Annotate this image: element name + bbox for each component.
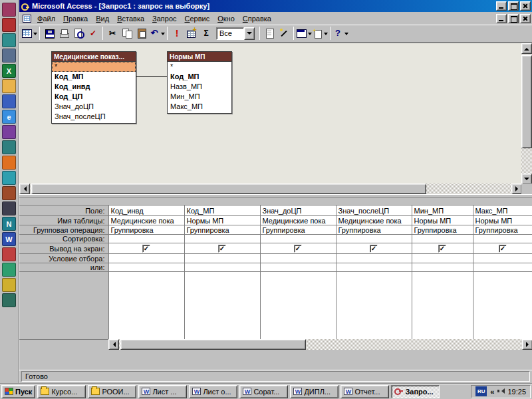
scroll-track[interactable] bbox=[30, 184, 511, 194]
show-table-button[interactable] bbox=[184, 26, 199, 41]
tools-shortcut-icon[interactable] bbox=[2, 140, 16, 154]
maximize-button[interactable] bbox=[508, 1, 519, 11]
show-checkbox[interactable]: ✓ bbox=[438, 245, 446, 253]
query-system-icon[interactable] bbox=[23, 15, 31, 23]
internet-explorer-shortcut-icon[interactable]: e bbox=[2, 110, 16, 124]
grid-cell-sort[interactable] bbox=[108, 235, 184, 243]
scroll-track[interactable] bbox=[521, 54, 532, 174]
mdi-close-button[interactable] bbox=[520, 14, 531, 23]
taskbar-window-button[interactable]: Лист ... bbox=[138, 385, 187, 398]
field-item[interactable]: Мин_МП bbox=[168, 92, 231, 102]
grid-cell-total[interactable]: Группировка bbox=[412, 225, 473, 235]
new-object-button[interactable] bbox=[312, 26, 328, 41]
show-checkbox[interactable]: ✓ bbox=[294, 245, 302, 253]
language-indicator[interactable]: RU bbox=[475, 386, 487, 396]
field-item[interactable]: Знач_доЦП bbox=[52, 102, 136, 112]
paste-button[interactable] bbox=[134, 26, 149, 41]
grid-cell-total[interactable]: Группировка bbox=[184, 225, 260, 235]
grid-cell-table[interactable]: Нормы МП bbox=[473, 216, 532, 225]
help-button[interactable]: ? bbox=[332, 26, 348, 41]
chart-shortcut-icon[interactable] bbox=[2, 33, 16, 47]
menu-file[interactable]: Файл bbox=[33, 13, 59, 24]
field-item[interactable]: * bbox=[168, 62, 231, 72]
grid-cell-sort[interactable] bbox=[336, 235, 412, 243]
show-checkbox[interactable]: ✓ bbox=[142, 245, 150, 253]
build-button[interactable] bbox=[277, 26, 291, 41]
grid-cell-or[interactable] bbox=[108, 263, 184, 272]
database-window-button[interactable] bbox=[296, 26, 312, 41]
grid-cell-field[interactable]: Знач_доЦП bbox=[260, 205, 336, 216]
powerpoint-shortcut-icon[interactable] bbox=[2, 125, 16, 139]
top-values-value[interactable]: Все bbox=[216, 27, 244, 40]
grid-cell-table[interactable]: Медицинские пока bbox=[336, 216, 412, 225]
grid-cell-total[interactable]: Группировка bbox=[336, 225, 412, 235]
grid-cell-or[interactable] bbox=[336, 263, 412, 272]
menu-query[interactable]: Запрос bbox=[148, 13, 180, 24]
grid-cell-or[interactable] bbox=[473, 263, 532, 272]
grid-cell[interactable] bbox=[108, 272, 184, 340]
taskbar-clock[interactable]: 19:25 bbox=[507, 388, 526, 396]
diamond-yellow-shortcut-icon[interactable] bbox=[2, 278, 16, 292]
run-button[interactable]: ! bbox=[170, 26, 184, 41]
grid-cell-criteria[interactable] bbox=[473, 254, 532, 263]
scroll-thumb[interactable] bbox=[120, 339, 306, 350]
grid-cell-total[interactable]: Группировка bbox=[473, 225, 532, 235]
field-item[interactable]: Знач_послеЦП bbox=[52, 112, 136, 122]
dos-shortcut-icon[interactable] bbox=[2, 201, 16, 215]
grid-cell[interactable] bbox=[336, 272, 412, 340]
view-design-button[interactable] bbox=[21, 26, 37, 41]
field-item[interactable]: Назв_МП bbox=[168, 82, 231, 92]
grid-cell[interactable] bbox=[412, 272, 473, 340]
scroll-down-button[interactable] bbox=[521, 174, 532, 184]
start-button[interactable]: Пуск bbox=[1, 385, 35, 398]
sound-shortcut-icon[interactable] bbox=[2, 263, 16, 277]
schedule-shortcut-icon[interactable] bbox=[2, 171, 16, 185]
diamond-teal-shortcut-icon[interactable] bbox=[2, 293, 16, 307]
grid-cell-sort[interactable] bbox=[473, 235, 532, 243]
grid-cell[interactable] bbox=[473, 272, 532, 340]
field-item[interactable]: Код_инвд bbox=[52, 82, 136, 92]
menu-edit[interactable]: Правка bbox=[59, 13, 92, 24]
menu-help[interactable]: Справка bbox=[239, 13, 275, 24]
grid-cell-criteria[interactable] bbox=[260, 254, 336, 263]
scroll-right-button[interactable] bbox=[522, 339, 532, 350]
desktop-shortcut-icon[interactable] bbox=[2, 49, 16, 63]
field-item[interactable]: Код_МП bbox=[52, 72, 136, 82]
grid-cell-field[interactable]: Знач_послеЦП bbox=[336, 205, 412, 216]
mdi-restore-button[interactable] bbox=[508, 14, 519, 23]
close-button[interactable] bbox=[520, 1, 531, 11]
grid-cell-total[interactable]: Группировка bbox=[260, 225, 336, 235]
taskbar-window-button[interactable]: Сорат... bbox=[239, 385, 288, 398]
taskbar-window-button[interactable]: ДИПЛ... bbox=[290, 385, 338, 398]
grid-cell-or[interactable] bbox=[412, 263, 473, 272]
grid-cell-sort[interactable] bbox=[260, 235, 336, 243]
access-app-icon[interactable] bbox=[21, 2, 29, 11]
grid-cell-criteria[interactable] bbox=[336, 254, 412, 263]
print-preview-button[interactable] bbox=[71, 26, 86, 41]
show-checkbox[interactable]: ✓ bbox=[499, 245, 507, 253]
print-button[interactable] bbox=[57, 26, 71, 41]
grid-cell-sort[interactable] bbox=[412, 235, 473, 243]
grid-cell-field[interactable]: Код_инвд bbox=[108, 205, 184, 216]
taskbar-window-button-active[interactable]: Запро... bbox=[391, 385, 440, 398]
totals-button[interactable]: Σ bbox=[199, 26, 213, 41]
field-item[interactable]: * bbox=[52, 62, 136, 72]
grid-cell-or[interactable] bbox=[260, 263, 336, 272]
grid-cell[interactable] bbox=[260, 272, 336, 340]
grid-cell[interactable] bbox=[184, 272, 260, 340]
grid-cell-table[interactable]: Нормы МП bbox=[184, 216, 260, 225]
grid-cell-field[interactable]: Код_МП bbox=[184, 205, 260, 216]
grid-cell-criteria[interactable] bbox=[184, 254, 260, 263]
grid-cell-table[interactable]: Медицинские пока bbox=[108, 216, 184, 225]
cut-button[interactable]: ✂ bbox=[105, 26, 120, 41]
field-list-title[interactable]: Нормы МП bbox=[168, 52, 231, 62]
minimize-button[interactable] bbox=[496, 1, 507, 11]
grid-cell-criteria[interactable] bbox=[108, 254, 184, 263]
grid-cell-sort[interactable] bbox=[184, 235, 260, 243]
properties-button[interactable] bbox=[262, 26, 277, 41]
spelling-button[interactable]: ✓ bbox=[86, 26, 100, 41]
scroll-up-button[interactable] bbox=[521, 43, 532, 54]
folder-shortcut-icon[interactable] bbox=[2, 79, 16, 93]
excel-shortcut-icon[interactable]: X bbox=[2, 64, 16, 78]
scroll-thumb[interactable] bbox=[521, 55, 532, 148]
